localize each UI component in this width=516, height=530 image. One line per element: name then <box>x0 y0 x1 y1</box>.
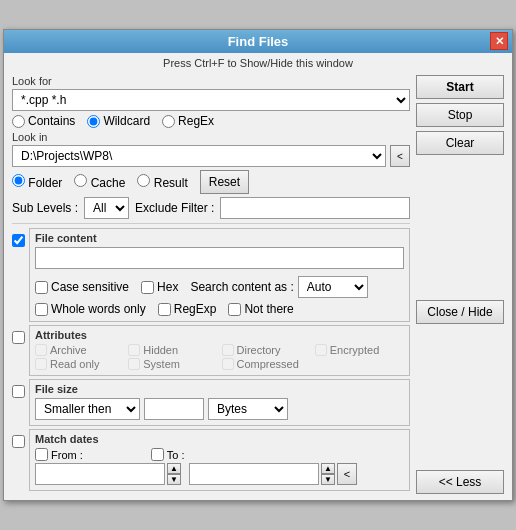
read-only-check[interactable] <box>35 358 47 370</box>
folder-radio-label[interactable]: Folder <box>12 174 62 190</box>
file-size-title: File size <box>35 383 404 395</box>
sublevels-label: Sub Levels : <box>12 201 78 215</box>
compressed-label[interactable]: Compressed <box>222 358 311 370</box>
sublevels-select[interactable]: All <box>84 197 129 219</box>
from-datetime-input[interactable]: 2013-10-12 14:19:36 <box>35 463 165 485</box>
lookin-row: D:\Projects\WP8\ < <box>12 145 410 167</box>
result-radio-label[interactable]: Result <box>137 174 187 190</box>
hidden-label[interactable]: Hidden <box>128 344 217 356</box>
from-spin-up[interactable]: ▲ <box>167 463 181 474</box>
search-type-group: Contains Wildcard RegEx <box>12 114 410 128</box>
match-dates-checkbox[interactable] <box>12 435 25 448</box>
encrypted-check[interactable] <box>315 344 327 356</box>
result-radio[interactable] <box>137 174 150 187</box>
file-size-section: File size Smaller then Bytes <box>12 379 410 426</box>
cache-radio[interactable] <box>74 174 87 187</box>
contains-radio[interactable] <box>12 115 25 128</box>
file-content-input[interactable]: class MyClass <box>35 247 404 269</box>
to-checkbox[interactable] <box>151 448 164 461</box>
attributes-checkbox[interactable] <box>12 331 25 344</box>
file-content-box: File content class MyClass Case sensitiv… <box>29 228 410 322</box>
search-as-select[interactable]: Auto <box>298 276 368 298</box>
date-arrow-button[interactable]: < <box>337 463 357 485</box>
subtitle: Press Ctrl+F to Show/Hide this window <box>4 53 512 71</box>
attributes-section: Attributes Archive Hidden <box>12 325 410 376</box>
window-title: Find Files <box>228 34 289 49</box>
stop-button[interactable]: Stop <box>416 103 504 127</box>
contains-radio-label[interactable]: Contains <box>12 114 75 128</box>
to-spin-down[interactable]: ▼ <box>321 474 335 485</box>
from-label: From : <box>51 449 83 461</box>
lookfor-select[interactable]: *.cpp *.h <box>12 89 410 111</box>
match-dates-section: Match dates From : To : <box>12 429 410 491</box>
lookfor-row: *.cpp *.h <box>12 89 410 111</box>
to-datetime-group: 2013-10-12 14:19:36 ▲ ▼ < <box>189 463 357 485</box>
folder-radio[interactable] <box>12 174 25 187</box>
system-label[interactable]: System <box>128 358 217 370</box>
file-content-title: File content <box>35 232 404 244</box>
to-datetime-input[interactable]: 2013-10-12 14:19:36 <box>189 463 319 485</box>
filesize-row: Smaller then Bytes <box>35 398 404 420</box>
attributes-box: Attributes Archive Hidden <box>29 325 410 376</box>
compressed-check[interactable] <box>222 358 234 370</box>
to-label-group: To : <box>151 448 185 461</box>
dates-inputs-row: 2013-10-12 14:19:36 ▲ ▼ 2013-10-12 14:19… <box>35 463 404 485</box>
not-there-check[interactable] <box>228 303 241 316</box>
start-button[interactable]: Start <box>416 75 504 99</box>
left-panel: Look for *.cpp *.h Contains Wildcard <box>12 75 410 494</box>
exclude-filter-label: Exclude Filter : <box>135 201 214 215</box>
attributes-grid: Archive Hidden Directory <box>35 344 404 370</box>
case-sensitive-label[interactable]: Case sensitive <box>35 280 129 294</box>
find-files-window: Find Files ✕ Press Ctrl+F to Show/Hide t… <box>3 29 513 501</box>
regex-radio[interactable] <box>162 115 175 128</box>
close-hide-button[interactable]: Close / Hide <box>416 300 504 324</box>
archive-check[interactable] <box>35 344 47 356</box>
to-spin-up[interactable]: ▲ <box>321 463 335 474</box>
filesize-unit-select[interactable]: Bytes <box>208 398 288 420</box>
to-spin: ▲ ▼ <box>321 463 335 485</box>
from-spin-down[interactable]: ▼ <box>167 474 181 485</box>
cache-radio-label[interactable]: Cache <box>74 174 125 190</box>
lookin-browse-button[interactable]: < <box>390 145 410 167</box>
regex-radio-label[interactable]: RegEx <box>162 114 214 128</box>
archive-label[interactable]: Archive <box>35 344 124 356</box>
file-content-section: File content class MyClass Case sensitiv… <box>12 228 410 322</box>
not-there-label[interactable]: Not there <box>228 302 293 316</box>
directory-check[interactable] <box>222 344 234 356</box>
titlebar: Find Files ✕ <box>4 30 512 53</box>
regexp-label[interactable]: RegExp <box>158 302 217 316</box>
filesize-value-input[interactable] <box>144 398 204 420</box>
whole-words-label[interactable]: Whole words only <box>35 302 146 316</box>
encrypted-label[interactable]: Encrypted <box>315 344 404 356</box>
file-content-checkbox[interactable] <box>12 234 25 247</box>
directory-label[interactable]: Directory <box>222 344 311 356</box>
hex-check[interactable] <box>141 281 154 294</box>
from-spin: ▲ ▼ <box>167 463 181 485</box>
less-button[interactable]: << Less <box>416 470 504 494</box>
regexp-check[interactable] <box>158 303 171 316</box>
whole-words-check[interactable] <box>35 303 48 316</box>
close-button[interactable]: ✕ <box>490 32 508 50</box>
match-dates-box: Match dates From : To : <box>29 429 410 491</box>
case-sensitive-check[interactable] <box>35 281 48 294</box>
wildcard-radio-label[interactable]: Wildcard <box>87 114 150 128</box>
exclude-filter-input[interactable] <box>220 197 410 219</box>
hidden-check[interactable] <box>128 344 140 356</box>
lookin-select[interactable]: D:\Projects\WP8\ <box>12 145 386 167</box>
file-content-options-row1: Case sensitive Hex Search content as : A… <box>35 274 404 300</box>
from-label-group: From : <box>35 448 83 461</box>
from-checkbox[interactable] <box>35 448 48 461</box>
clear-button[interactable]: Clear <box>416 131 504 155</box>
system-check[interactable] <box>128 358 140 370</box>
wildcard-radio[interactable] <box>87 115 100 128</box>
read-only-label[interactable]: Read only <box>35 358 124 370</box>
reset-button[interactable]: Reset <box>200 170 249 194</box>
from-datetime-group: 2013-10-12 14:19:36 ▲ ▼ <box>35 463 181 485</box>
to-label: To : <box>167 449 185 461</box>
lookfor-label: Look for <box>12 75 410 87</box>
file-size-box: File size Smaller then Bytes <box>29 379 410 426</box>
lookin-label: Look in <box>12 131 410 143</box>
filesize-condition-select[interactable]: Smaller then <box>35 398 140 420</box>
hex-label[interactable]: Hex <box>141 280 178 294</box>
file-size-checkbox[interactable] <box>12 385 25 398</box>
